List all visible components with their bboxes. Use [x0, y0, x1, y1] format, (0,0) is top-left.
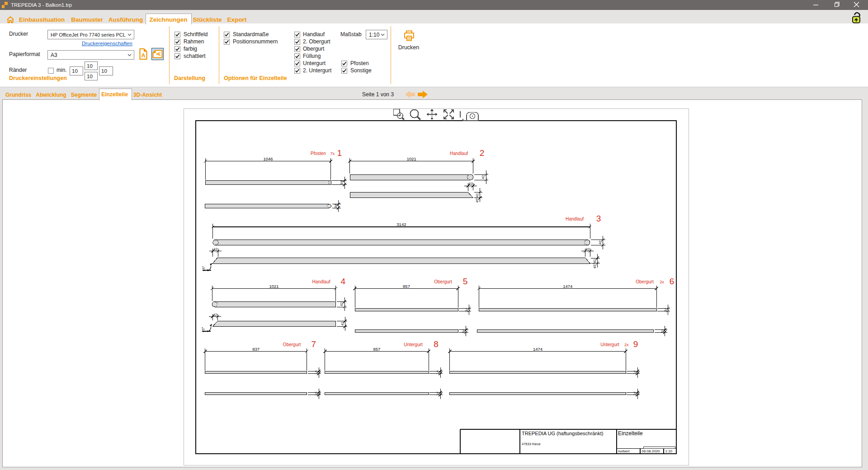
svg-text:Einzelteile: Einzelteile	[618, 430, 643, 437]
svg-text:1021: 1021	[407, 156, 416, 161]
svg-text:42: 42	[598, 240, 602, 244]
svg-text:42: 42	[340, 302, 344, 306]
svg-text:06.08.2020: 06.08.2020	[642, 449, 660, 453]
svg-text:14: 14	[314, 370, 318, 374]
svg-text:34: 34	[340, 180, 344, 184]
svg-text:Handlauf: Handlauf	[312, 279, 330, 284]
svg-text:837: 837	[252, 347, 259, 352]
svg-text:47533 Kleve: 47533 Kleve	[522, 442, 541, 446]
svg-text:857: 857	[373, 347, 380, 352]
svg-text:1474: 1474	[563, 284, 572, 289]
svg-text:Untergurt: Untergurt	[404, 342, 423, 347]
svg-text:42: 42	[213, 247, 217, 251]
svg-text:1046: 1046	[263, 156, 273, 161]
svg-text:Obergurt: Obergurt	[636, 279, 654, 284]
svg-text:45°42: 45°42	[593, 259, 597, 269]
svg-text:2: 2	[480, 148, 485, 158]
svg-text:3142: 3142	[396, 222, 406, 227]
svg-text:857: 857	[403, 284, 410, 289]
svg-text:42: 42	[213, 313, 217, 317]
svg-text:45°: 45°	[201, 327, 205, 332]
svg-text:Untergurt: Untergurt	[600, 342, 619, 347]
svg-text:9: 9	[633, 339, 638, 349]
svg-text:3: 3	[596, 214, 601, 223]
svg-text:14: 14	[314, 391, 318, 395]
svg-text:14: 14	[436, 391, 440, 395]
svg-text:7x: 7x	[330, 151, 335, 156]
svg-text:34: 34	[334, 204, 338, 208]
svg-text:8: 8	[434, 339, 439, 349]
svg-text:1:10: 1:10	[665, 449, 673, 453]
svg-text:14: 14	[633, 391, 637, 395]
svg-text:14: 14	[436, 370, 440, 374]
svg-text:1474: 1474	[533, 347, 542, 352]
svg-text:TREPEDIA UG (haftungsbeschränk: TREPEDIA UG (haftungsbeschränkt)	[522, 431, 603, 436]
svg-text:42: 42	[340, 322, 344, 326]
svg-text:2x: 2x	[660, 280, 664, 284]
svg-text:1: 1	[337, 148, 342, 158]
svg-text:14: 14	[464, 308, 468, 312]
svg-text:45°: 45°	[202, 266, 206, 271]
svg-text:4: 4	[341, 277, 346, 286]
svg-text:45°42: 45°42	[475, 193, 479, 203]
svg-text:1021: 1021	[269, 284, 278, 289]
svg-text:Handlauf: Handlauf	[566, 216, 584, 221]
svg-text:5: 5	[463, 277, 468, 286]
svg-text:42: 42	[468, 182, 472, 186]
svg-text:42: 42	[481, 175, 486, 179]
svg-text:14: 14	[663, 308, 667, 312]
svg-text:42: 42	[585, 247, 590, 251]
svg-text:6: 6	[670, 277, 675, 286]
svg-text:Obergurt: Obergurt	[283, 342, 301, 347]
svg-text:14: 14	[633, 370, 637, 374]
svg-text:Handlauf: Handlauf	[450, 151, 468, 156]
svg-text:14: 14	[660, 329, 664, 333]
svg-text:14: 14	[461, 329, 465, 333]
svg-text:Obergurt: Obergurt	[434, 279, 452, 284]
svg-text:norbert: norbert	[618, 449, 630, 453]
svg-text:7: 7	[311, 339, 316, 349]
svg-text:Pfosten: Pfosten	[311, 151, 326, 156]
svg-text:2x: 2x	[624, 343, 629, 347]
